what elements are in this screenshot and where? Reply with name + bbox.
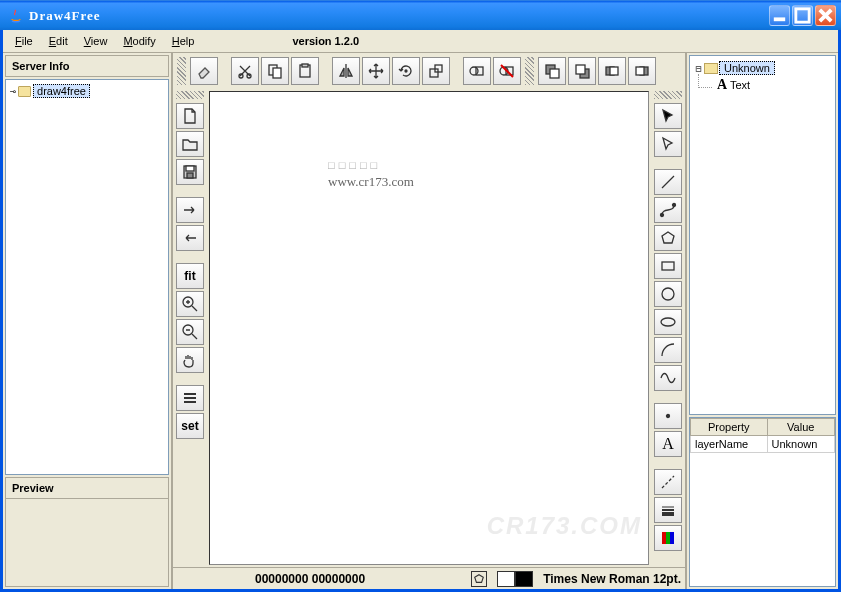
new-page-button[interactable] [176, 103, 204, 129]
svg-rect-8 [430, 69, 438, 77]
fit-button[interactable]: fit [176, 263, 204, 289]
fg-swatch[interactable] [515, 571, 533, 587]
cut-button[interactable] [231, 57, 259, 85]
copy-button[interactable] [261, 57, 289, 85]
scale-button[interactable] [422, 57, 450, 85]
menu-view[interactable]: View [76, 32, 116, 50]
menu-file[interactable]: File [7, 32, 41, 50]
tree-item-child[interactable]: A Text [694, 76, 831, 94]
window-title: Draw4Free [29, 8, 769, 24]
left-panel: Server Info ⊸ draw4free Preview [3, 53, 173, 589]
layers-button[interactable] [176, 385, 204, 411]
svg-rect-23 [186, 166, 194, 171]
paste-button[interactable] [291, 57, 319, 85]
version-label: version 1.2.0 [292, 35, 359, 47]
erase-button[interactable] [190, 57, 218, 85]
ellipse-tool-button[interactable] [654, 309, 682, 335]
line-tool-button[interactable] [654, 169, 682, 195]
zoom-in-button[interactable] [176, 291, 204, 317]
toolbar-grip[interactable] [177, 57, 186, 85]
tree-item-root[interactable]: ⊸ draw4free [10, 84, 164, 98]
save-button[interactable] [176, 159, 204, 185]
svg-rect-4 [273, 68, 281, 78]
tree-line-icon [698, 74, 712, 88]
svg-rect-17 [576, 65, 585, 74]
group-button[interactable] [463, 57, 491, 85]
rectangle-tool-button[interactable] [654, 253, 682, 279]
dash-style-button[interactable] [654, 469, 682, 495]
redo-button[interactable] [176, 197, 204, 223]
svg-point-2 [247, 74, 251, 78]
prop-value[interactable]: Unknown [767, 436, 835, 453]
wave-tool-button[interactable] [654, 365, 682, 391]
tree-collapse-icon[interactable]: ⊟ [694, 63, 703, 74]
curve-tool-button[interactable] [654, 197, 682, 223]
status-bar: 00000000 00000000 Times New Roman 12pt. [173, 567, 685, 589]
rotate-button[interactable] [392, 57, 420, 85]
toolbar-grip[interactable] [176, 91, 204, 99]
send-back-button[interactable] [568, 57, 596, 85]
bring-front-button[interactable] [538, 57, 566, 85]
menu-modify[interactable]: Modify [115, 32, 163, 50]
polygon-tool-button[interactable] [654, 225, 682, 251]
canvas[interactable]: □□□□□ www.cr173.com CR173.COM [209, 91, 649, 565]
toolbar-grip[interactable] [525, 57, 534, 85]
svg-point-30 [662, 288, 674, 300]
select-filled-button[interactable] [654, 103, 682, 129]
col-property[interactable]: Property [691, 419, 768, 436]
maximize-button[interactable] [792, 5, 813, 26]
tree-item-root[interactable]: ⊟ Unknown [694, 60, 831, 76]
minimize-button[interactable] [769, 5, 790, 26]
properties-panel: Property Value layerName Unknown [689, 417, 836, 587]
line-weight-button[interactable] [654, 497, 682, 523]
tree-item-label: draw4free [33, 84, 90, 98]
flip-horizontal-button[interactable] [332, 57, 360, 85]
set-button[interactable]: set [176, 413, 204, 439]
svg-rect-24 [187, 173, 193, 178]
pan-button[interactable] [176, 347, 204, 373]
open-button[interactable] [176, 131, 204, 157]
title-bar: Draw4Free [0, 0, 841, 30]
svg-rect-33 [662, 532, 666, 544]
text-tool-button[interactable]: A [654, 431, 682, 457]
tree-item-label: Text [730, 79, 750, 91]
close-button[interactable] [815, 5, 836, 26]
zoom-out-button[interactable] [176, 319, 204, 345]
toolbar-grip[interactable] [654, 91, 682, 99]
shape-indicator [471, 571, 487, 587]
tree-expand-icon[interactable]: ⊸ [10, 86, 16, 97]
menu-edit[interactable]: Edit [41, 32, 76, 50]
server-tree[interactable]: ⊸ draw4free [5, 79, 169, 475]
move-button[interactable] [362, 57, 390, 85]
object-tree[interactable]: ⊟ Unknown A Text [689, 55, 836, 415]
svg-rect-6 [302, 64, 308, 67]
table-row[interactable]: layerName Unknown [691, 436, 835, 453]
svg-rect-19 [610, 67, 618, 75]
bg-swatch[interactable] [497, 571, 515, 587]
menu-help[interactable]: Help [164, 32, 203, 50]
canvas-text: www.cr173.com [328, 174, 414, 190]
select-button[interactable] [654, 131, 682, 157]
color-picker-button[interactable] [654, 525, 682, 551]
canvas-placeholder: □□□□□ [328, 159, 381, 171]
top-toolbar [173, 53, 685, 89]
svg-rect-15 [550, 69, 559, 78]
center-panel: fit set □□□□□ www.cr173.com CR173.COM [173, 53, 685, 589]
ungroup-button[interactable] [493, 57, 521, 85]
point-tool-button[interactable] [654, 403, 682, 429]
undo-button[interactable] [176, 225, 204, 251]
tree-item-label: Unknown [719, 61, 775, 75]
folder-icon [704, 63, 718, 74]
arc-tool-button[interactable] [654, 337, 682, 363]
svg-rect-35 [670, 532, 674, 544]
coordinates: 00000000 00000000 [255, 572, 365, 586]
svg-point-27 [661, 214, 664, 217]
svg-point-1 [239, 74, 243, 78]
color-swatches[interactable] [497, 571, 533, 587]
bring-forward-button[interactable] [598, 57, 626, 85]
circle-tool-button[interactable] [654, 281, 682, 307]
server-info-title: Server Info [5, 55, 169, 77]
send-backward-button[interactable] [628, 57, 656, 85]
col-value[interactable]: Value [767, 419, 835, 436]
left-toolbar: fit set [173, 89, 207, 567]
